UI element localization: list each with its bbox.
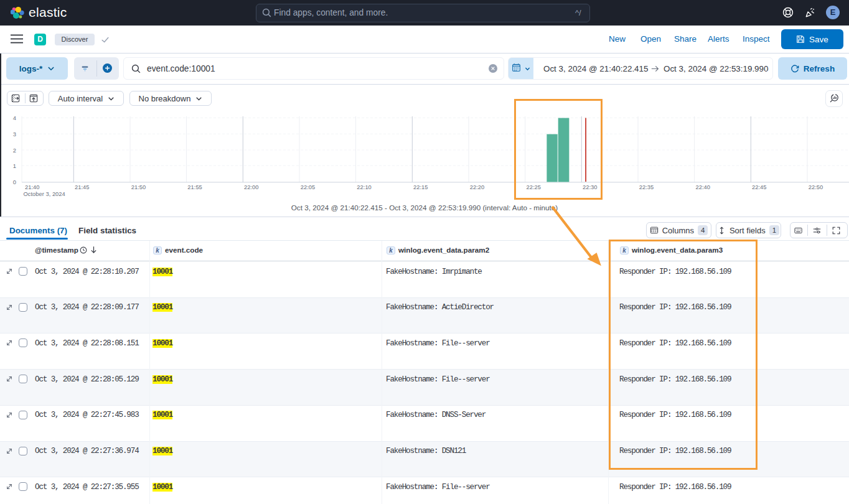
svg-text:21:50: 21:50 — [131, 184, 146, 190]
svg-text:22:10: 22:10 — [357, 184, 371, 190]
svg-text:21:55: 21:55 — [187, 184, 202, 190]
svg-text:2: 2 — [13, 147, 16, 154]
svg-text:22:20: 22:20 — [470, 184, 484, 190]
svg-text:22:00: 22:00 — [244, 184, 258, 190]
svg-text:22:50: 22:50 — [809, 184, 823, 190]
svg-text:October 3, 2024: October 3, 2024 — [24, 190, 65, 197]
svg-text:1: 1 — [13, 162, 16, 169]
svg-text:3: 3 — [13, 131, 16, 138]
svg-text:0: 0 — [13, 179, 16, 185]
svg-text:4: 4 — [13, 114, 16, 121]
svg-text:21:45: 21:45 — [75, 184, 89, 190]
svg-text:22:45: 22:45 — [752, 184, 766, 190]
svg-text:22:15: 22:15 — [413, 184, 428, 190]
svg-text:22:35: 22:35 — [639, 184, 654, 190]
svg-text:22:05: 22:05 — [301, 184, 315, 190]
svg-text:22:40: 22:40 — [695, 184, 710, 190]
